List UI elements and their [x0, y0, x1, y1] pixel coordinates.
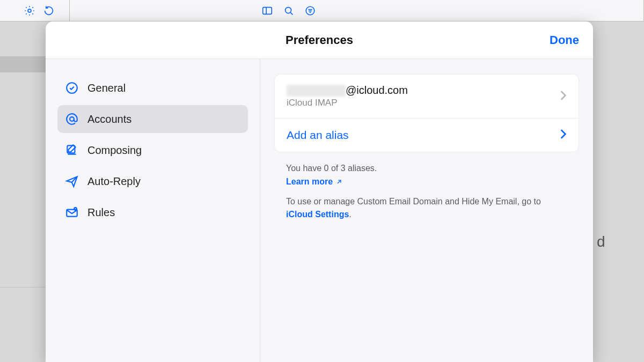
sidebar-toggle-icon — [261, 5, 273, 17]
sidebar-item-label: Rules — [87, 206, 115, 219]
filter-icon — [304, 5, 316, 17]
svg-point-0 — [28, 9, 31, 12]
svg-point-3 — [286, 7, 291, 13]
sidebar-item-auto-reply[interactable]: Auto-Reply — [57, 167, 248, 195]
add-alias-label: Add an alias — [287, 129, 349, 142]
sidebar-item-general[interactable]: General — [57, 74, 248, 102]
sidebar-item-label: Composing — [87, 144, 142, 157]
modal-header: Preferences Done — [46, 21, 593, 59]
sidebar-item-label: Accounts — [87, 113, 131, 125]
account-email: @icloud.com — [287, 84, 408, 97]
custom-domain-pre: To use or manage Custom Email Domain and… — [286, 197, 541, 206]
search-icon — [283, 5, 295, 17]
chevron-right-icon — [559, 128, 567, 142]
email-domain: @icloud.com — [346, 84, 408, 97]
custom-domain-text: To use or manage Custom Email Domain and… — [286, 195, 567, 220]
learn-more-label: Learn more — [286, 175, 333, 188]
preferences-sidebar: General Accounts Composing Auto-Reply — [46, 59, 260, 362]
alias-count-text: You have 0 of 3 aliases. — [286, 162, 567, 174]
bg-toolbar — [0, 0, 644, 21]
external-link-icon — [335, 178, 343, 186]
accounts-card: @icloud.com iCloud IMAP Add an alias — [274, 74, 579, 152]
sidebar-item-composing[interactable]: Composing — [57, 136, 248, 164]
svg-line-4 — [290, 12, 292, 14]
compose-icon — [65, 143, 79, 157]
alias-footer: You have 0 of 3 aliases. Learn more To u… — [274, 152, 579, 220]
accounts-content: @icloud.com iCloud IMAP Add an alias — [260, 59, 593, 362]
account-subtitle: iCloud IMAP — [287, 98, 408, 108]
svg-rect-1 — [263, 7, 272, 14]
reload-icon — [43, 5, 55, 17]
done-button[interactable]: Done — [550, 33, 579, 47]
period: . — [349, 210, 351, 219]
svg-point-10 — [70, 117, 74, 121]
at-sign-icon — [65, 112, 79, 126]
sidebar-item-rules[interactable]: Rules — [57, 198, 248, 226]
modal-title: Preferences — [286, 33, 353, 47]
bg-letter: d — [597, 233, 605, 250]
redacted-username — [287, 85, 346, 97]
icloud-settings-link[interactable]: iCloud Settings — [286, 210, 349, 219]
chevron-right-icon — [559, 90, 567, 104]
sidebar-item-label: General — [87, 82, 126, 94]
gear-icon — [24, 5, 35, 17]
add-alias-row[interactable]: Add an alias — [275, 118, 579, 152]
paper-plane-icon — [65, 174, 79, 188]
sidebar-item-accounts[interactable]: Accounts — [57, 105, 248, 133]
checkmark-circle-icon — [65, 81, 79, 95]
envelope-gear-icon — [65, 205, 79, 219]
preferences-modal: Preferences Done General Accounts Co — [46, 21, 593, 362]
account-row[interactable]: @icloud.com iCloud IMAP — [275, 75, 579, 118]
sidebar-item-label: Auto-Reply — [87, 175, 141, 188]
learn-more-link[interactable]: Learn more — [286, 175, 343, 188]
